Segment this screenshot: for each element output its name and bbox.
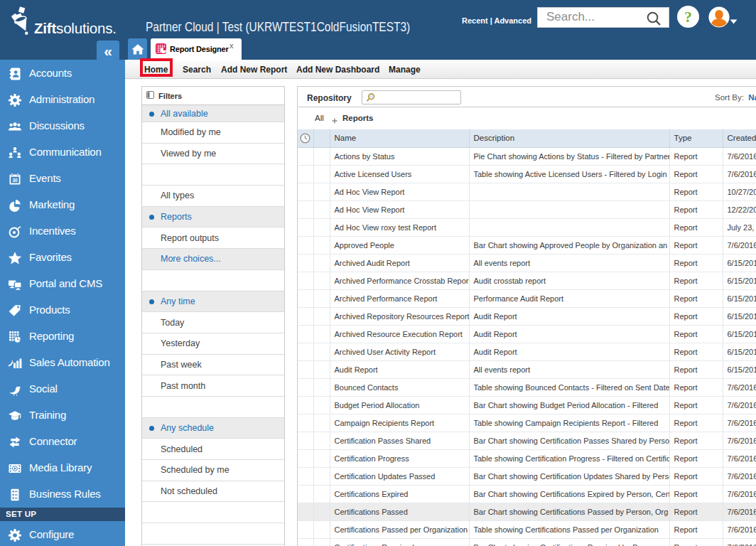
svg-text:30: 30 bbox=[12, 178, 18, 183]
